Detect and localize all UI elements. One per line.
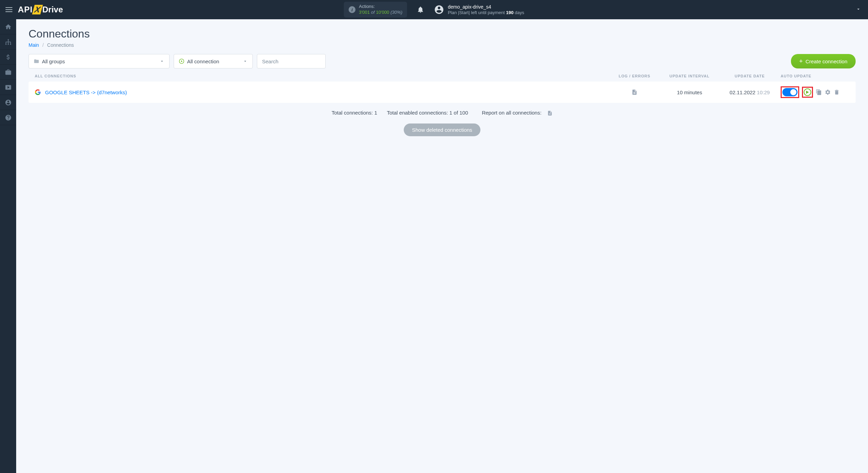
sidebar [0, 19, 16, 473]
user-name: demo_apix-drive_s4 [448, 4, 524, 10]
report-icon[interactable] [547, 110, 553, 116]
filter-status[interactable]: All connection [174, 54, 253, 68]
update-date: 02.11.2022 10:29 [719, 89, 781, 95]
avatar-icon [434, 4, 444, 15]
actions-pct: (30%) [390, 10, 402, 15]
breadcrumb-main[interactable]: Main [29, 42, 39, 48]
main-content: Connections Main / Connections All group… [16, 19, 868, 473]
summary: Total connections: 1 Total enabled conne… [29, 110, 856, 116]
search-input-wrapper[interactable] [257, 54, 326, 68]
actions-label: Actions: [359, 4, 402, 10]
table-row: GOOGLE SHEETS -> (d7networks) 10 minutes… [29, 82, 856, 103]
log-icon[interactable] [631, 89, 638, 95]
header-caret[interactable] [856, 7, 861, 13]
connection-link[interactable]: GOOGLE SHEETS -> (d7networks) [45, 89, 127, 95]
col-date: UPDATE DATE [719, 74, 781, 78]
sidebar-item-help[interactable] [0, 110, 16, 125]
gear-icon[interactable] [825, 89, 831, 95]
col-log: LOG / ERRORS [609, 74, 660, 78]
breadcrumb: Main / Connections [29, 42, 856, 48]
show-deleted-button[interactable]: Show deleted connections [404, 123, 480, 136]
copy-icon[interactable] [816, 89, 822, 95]
sidebar-item-connections[interactable] [0, 34, 16, 50]
trash-icon[interactable] [834, 89, 840, 95]
google-icon [35, 89, 41, 95]
actions-usage[interactable]: i Actions: 3'001 of 10'000 (30%) [344, 2, 407, 18]
col-auto: AUTO UPDATE [781, 74, 849, 78]
summary-report: Report on all connections: [478, 110, 553, 116]
sidebar-item-billing[interactable] [0, 50, 16, 65]
col-all-connections: ALL CONNECTIONS [35, 74, 609, 78]
update-interval: 10 minutes [660, 89, 719, 95]
logo[interactable]: API X Drive [18, 5, 63, 14]
info-icon: i [349, 6, 356, 13]
chevron-down-icon [243, 59, 248, 64]
run-button[interactable] [804, 88, 811, 96]
filter-status-label: All connection [187, 58, 219, 64]
auto-update-toggle[interactable] [782, 88, 798, 96]
sidebar-item-briefcase[interactable] [0, 65, 16, 80]
plus-icon: + [799, 58, 803, 65]
summary-enabled: Total enabled connections: 1 of 100 [387, 110, 468, 116]
create-connection-button[interactable]: + Create connection [791, 54, 856, 68]
page-title: Connections [29, 28, 856, 40]
filter-groups[interactable]: All groups [29, 54, 170, 68]
summary-total: Total connections: 1 [332, 110, 377, 116]
search-input[interactable] [262, 58, 321, 64]
logo-prefix: API [18, 5, 33, 14]
sidebar-item-profile[interactable] [0, 95, 16, 110]
create-btn-label: Create connection [805, 58, 847, 64]
highlight-toggle [781, 86, 799, 98]
sidebar-item-video[interactable] [0, 80, 16, 95]
folder-icon [34, 58, 39, 64]
actions-used: 3'001 [359, 10, 370, 15]
hamburger-menu[interactable] [6, 6, 14, 14]
logo-x: X [32, 5, 43, 14]
user-plan: Plan |Start| left until payment 190 days [448, 10, 524, 15]
logo-suffix: Drive [42, 5, 63, 14]
table-header: ALL CONNECTIONS LOG / ERRORS UPDATE INTE… [29, 74, 856, 82]
filter-groups-label: All groups [42, 58, 65, 64]
chevron-down-icon [160, 59, 164, 64]
play-icon [179, 58, 184, 64]
actions-of: of [371, 10, 375, 15]
sidebar-item-home[interactable] [0, 19, 16, 34]
bell-icon[interactable] [417, 6, 424, 13]
topbar: API X Drive i Actions: 3'001 of 10'000 (… [0, 0, 868, 19]
actions-total: 10'000 [376, 10, 389, 15]
breadcrumb-current: Connections [47, 42, 74, 48]
col-interval: UPDATE INTERVAL [660, 74, 719, 78]
highlight-play [802, 87, 813, 98]
user-menu[interactable]: demo_apix-drive_s4 Plan |Start| left unt… [434, 4, 524, 15]
